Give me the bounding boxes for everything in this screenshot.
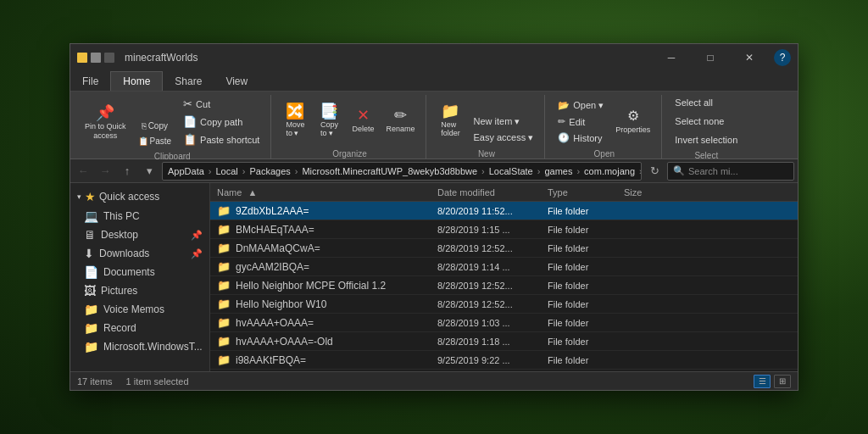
rename-button[interactable]: ✏ Rename xyxy=(381,95,419,146)
chevron-icon: ▾ xyxy=(77,192,81,201)
col-size-header[interactable]: Size xyxy=(624,187,791,198)
file-name-cell: 📁 Hello Neighbor W10 xyxy=(217,298,437,310)
invert-selection-label: Invert selection xyxy=(675,135,737,145)
col-date-header[interactable]: Date modified xyxy=(437,187,548,198)
copy-button[interactable]: ⎘ Copy xyxy=(134,118,176,133)
title-icon-2 xyxy=(91,53,101,63)
delete-icon: ✕ xyxy=(357,108,370,123)
file-name-cell: 📁 Hello Neighbor MCPE Official 1.2 xyxy=(217,279,437,292)
tab-home[interactable]: Home xyxy=(110,71,163,91)
new-item-label: New item ▾ xyxy=(473,116,520,127)
documents-icon: 📄 xyxy=(84,265,98,279)
copy-path-button[interactable]: 📄 Copy path xyxy=(179,113,264,131)
new-folder-button[interactable]: 📁 Newfolder xyxy=(435,95,465,146)
new-folder-icon: 📁 xyxy=(441,103,459,119)
sidebar-item-voice-memos[interactable]: 📁 Voice Memos xyxy=(70,300,209,319)
select-all-button[interactable]: Select all xyxy=(670,95,717,110)
edit-button[interactable]: ✏ Edit xyxy=(554,114,608,130)
sidebar-item-microsoft-windowst[interactable]: 📁 Microsoft.WindowsT... xyxy=(70,337,209,356)
file-row[interactable]: 📁 Hello Neighbor MCPE Official 1.2 8/28/… xyxy=(210,276,798,295)
forward-button[interactable]: → xyxy=(96,162,114,181)
help-button[interactable]: ? xyxy=(774,49,791,66)
sidebar-item-downloads[interactable]: ⬇ Downloads 📌 xyxy=(70,244,209,263)
pin-to-quick-access-button[interactable]: 📌 Pin to Quickaccess xyxy=(81,97,131,148)
file-name: hvAAAA+OAAA=-Old xyxy=(236,336,333,348)
search-placeholder: Search mi... xyxy=(688,166,738,176)
file-row[interactable]: 📁 i98AAKtFBQA= 9/25/2019 9:22 ... File f… xyxy=(210,351,798,370)
copy-path-label: Copy path xyxy=(200,117,242,127)
history-button[interactable]: 🕐 History xyxy=(554,130,608,146)
paste-button[interactable]: 📋 Paste xyxy=(134,133,176,148)
file-type: File folder xyxy=(548,281,624,291)
delete-button[interactable]: ✕ Delete xyxy=(348,95,378,146)
file-name-cell: 📁 DnMAAMaQCwA= xyxy=(217,242,437,254)
file-row[interactable]: 📁 Hello Neighbor W10 8/28/2019 12:52... … xyxy=(210,295,798,314)
folder-icon: 📁 xyxy=(217,335,231,348)
tab-file[interactable]: File xyxy=(70,72,110,91)
file-row[interactable]: 📁 hvAAAA+OAAA= 8/28/2019 1:03 ... File f… xyxy=(210,314,798,332)
ribbon-group-open: 📂 Open ▾ ✏ Edit 🕐 History ⚙ Pr xyxy=(547,95,662,159)
move-to-button[interactable]: 🔀 Moveto ▾ xyxy=(280,95,310,146)
paste-shortcut-button[interactable]: 📋 Paste shortcut xyxy=(179,131,264,148)
copy-to-icon: 📑 xyxy=(320,103,338,119)
sidebar-item-desktop[interactable]: 🖥 Desktop 📌 xyxy=(70,225,209,244)
grid-view-button[interactable]: ⊞ xyxy=(774,375,791,388)
file-name-cell: 📁 hvAAAA+OAAA= xyxy=(217,316,437,329)
sidebar: ▾ ★ Quick access 💻 This PC 🖥 Desktop 📌 ⬇… xyxy=(70,183,210,371)
tab-view[interactable]: View xyxy=(214,72,259,91)
minimize-button[interactable]: ─ xyxy=(652,44,691,71)
recent-button[interactable]: ▾ xyxy=(140,162,159,181)
properties-icon: ⚙ xyxy=(627,108,639,124)
col-name-header[interactable]: Name ▲ xyxy=(217,187,437,198)
file-row[interactable]: 📁 hvAAAA+OAAA=-Old 8/28/2019 1:18 ... Fi… xyxy=(210,332,798,351)
record-folder-icon: 📁 xyxy=(84,321,98,335)
sidebar-item-record[interactable]: 📁 Record xyxy=(70,319,209,337)
search-box[interactable]: 🔍 Search mi... xyxy=(667,162,794,181)
col-type-header[interactable]: Type xyxy=(548,187,624,198)
sidebar-item-this-pc[interactable]: 💻 This PC xyxy=(70,207,209,225)
properties-label: Properties xyxy=(615,125,650,134)
quick-access-label: Quick access xyxy=(99,191,159,203)
select-none-button[interactable]: Select none xyxy=(670,114,728,129)
folder-icon: 📁 xyxy=(217,260,231,273)
details-view-button[interactable]: ☰ xyxy=(754,375,771,388)
folder-icon: 📁 xyxy=(217,298,231,310)
ms-folder-icon: 📁 xyxy=(84,340,98,353)
paste-shortcut-icon: 📋 xyxy=(183,133,197,146)
up-button[interactable]: ↑ xyxy=(118,162,136,181)
properties-button[interactable]: ⚙ Properties xyxy=(611,95,654,146)
sidebar-item-documents[interactable]: 📄 Documents xyxy=(70,263,209,281)
sidebar-quick-access[interactable]: ▾ ★ Quick access xyxy=(70,186,209,207)
maximize-button[interactable]: □ xyxy=(691,44,730,71)
delete-label: Delete xyxy=(352,125,374,133)
file-row[interactable]: 📁 gycAAM2IBQA= 8/28/2019 1:14 ... File f… xyxy=(210,258,798,276)
new-item-button[interactable]: New item ▾ xyxy=(469,114,537,130)
address-path[interactable]: AppData › Local › Packages › Microsoft.M… xyxy=(162,162,642,181)
properties-col: ⚙ Properties xyxy=(611,95,654,146)
folder-icon: 📁 xyxy=(217,316,231,329)
folder-icon: 📁 xyxy=(217,353,231,366)
rename-icon: ✏ xyxy=(394,108,407,123)
file-row[interactable]: 📁 9ZdbXbL2AAA= 8/20/2019 11:52... File f… xyxy=(210,202,798,220)
clipboard-col: ⎘ Copy 📋 Paste xyxy=(134,118,176,148)
close-button[interactable]: ✕ xyxy=(730,44,769,71)
open-button[interactable]: 📂 Open ▾ xyxy=(554,97,608,114)
paste-label: Paste xyxy=(150,136,172,146)
refresh-button[interactable]: ↻ xyxy=(645,162,664,181)
back-button[interactable]: ← xyxy=(74,162,92,181)
tab-share[interactable]: Share xyxy=(163,72,214,91)
new-buttons: 📁 Newfolder New item ▾ Easy access ▾ xyxy=(435,95,537,147)
history-icon: 🕐 xyxy=(558,132,570,143)
cut-button[interactable]: ✂ Cut xyxy=(179,95,264,113)
open-label: Open ▾ xyxy=(573,100,604,111)
file-row[interactable]: 📁 DnMAAMaQCwA= 8/28/2019 12:52... File f… xyxy=(210,239,798,258)
star-icon: ★ xyxy=(85,190,96,203)
easy-access-button[interactable]: Easy access ▾ xyxy=(469,130,537,146)
new-label: New xyxy=(435,147,537,160)
copy-to-button[interactable]: 📑 Copyto ▾ xyxy=(314,95,344,146)
invert-selection-button[interactable]: Invert selection xyxy=(670,132,742,147)
file-row[interactable]: 📁 BMcHAEqTAAA= 8/28/2019 1:15 ... File f… xyxy=(210,220,798,239)
pin-label: Pin to Quickaccess xyxy=(85,122,126,141)
edit-icon: ✏ xyxy=(558,116,565,127)
sidebar-item-pictures[interactable]: 🖼 Pictures xyxy=(70,281,209,300)
